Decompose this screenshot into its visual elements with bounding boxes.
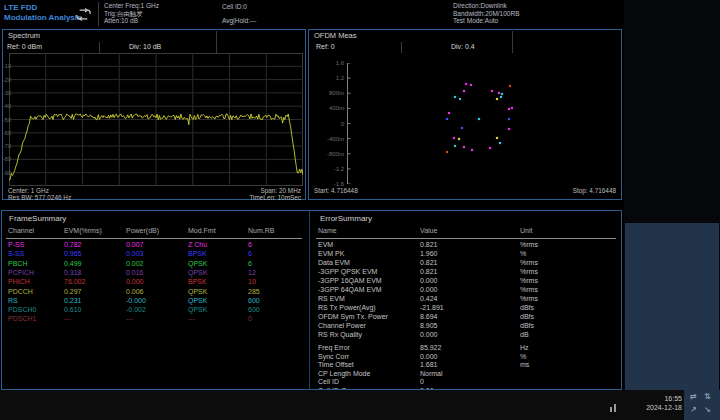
table-row: Data EVM0.821%rms [310,259,622,268]
table-cell: 0 [420,378,424,385]
summary-panel: FrameSummary ChannelEVM(%rms)Power(dB)Mo… [1,210,622,390]
table-cell: 0.318 [64,269,82,276]
ofdm-ref-label: Ref: 0 [316,43,335,50]
error-summary-title: ErrorSummary [320,214,372,223]
table-cell: BPSK [188,250,207,257]
table-cell: 0.782 [64,241,82,248]
table-row: -3GPP QPSK EVM0.821%rms [310,268,622,277]
table-cell: EVM PK [318,250,344,257]
table-row: CP Length ModeNormal [310,370,622,379]
table-row: -3GPP 64QAM EVM0.000%rms [310,286,622,295]
status-grid-icon-2[interactable]: ⇅ [704,393,711,401]
column-header: Unit [520,227,532,234]
table-cell: dB [520,331,529,338]
table-cell: dBfs [520,322,534,329]
y-axis-tick-label: 1.6 [321,60,344,66]
table-cell: QPSK [188,297,207,304]
y-axis-tick-label: -800m [321,151,344,157]
table-cell: -0.000 [126,297,146,304]
table-row: Time Offset1.681ms [310,361,622,370]
table-cell: %rms [520,259,538,266]
table-cell: % [520,250,526,257]
table-cell: 0.002 [126,260,144,267]
table-cell: 8.694 [420,313,438,320]
error-summary-rows-2: Freq Error85.922HzSync Corr0.000%Time Of… [310,344,622,389]
app-title: LTE FDD Modulation Analysis [4,3,82,23]
table-cell: 1.681 [420,361,438,368]
spectrum-title: Spectrum [8,31,40,40]
ofdm-header-divider [401,42,402,53]
table-cell: 600 [248,306,260,313]
table-cell: -3GPP 16QAM EVM [318,277,382,284]
table-cell: QPSK [188,269,207,276]
y-axis-tick-label: -80 [3,156,10,162]
table-cell: 0.499 [64,260,82,267]
table-cell: S-SS [8,250,24,257]
spectrum-ref-label: Ref: 0 dBm [7,43,42,50]
table-row: -3GPP 16QAM EVM0.000%rms [310,277,622,286]
table-row: PDSCH1---------0 [2,315,308,324]
table-cell: 85.922 [420,344,441,351]
table-row: EVM0.821%rms [310,241,622,250]
spectrum-header-divider [216,31,217,53]
y-axis-tick-label: -10 [3,63,10,69]
y-axis-tick-label: -50 [3,117,10,123]
table-cell: -3GPP 64QAM EVM [318,286,382,293]
spectrum-header-divider [99,42,100,53]
y-axis-tick-label: 1.2 [321,75,344,81]
table-row: Freq Error85.922Hz [310,344,622,353]
table-row: Sync Corr0.000% [310,353,622,362]
error-summary-rule [316,238,616,239]
atten-readout: Atten:10 dB [104,17,159,25]
table-cell: 8.905 [420,322,438,329]
table-cell: PDCCH [8,288,33,295]
table-cell: -3GPP QPSK EVM [318,268,377,275]
table-cell: 285 [248,288,260,295]
spectrum-panel: Spectrum Ref: 0 dBm Div: 10 dB -10-20-30… [2,29,306,200]
table-cell: Cell ID Group [318,387,360,390]
frame-summary-header-row: ChannelEVM(%rms)Power(dB)Mod.FmtNum.RB [2,227,308,236]
table-row: RS Rx Quality0.000dB [310,331,622,340]
y-axis-tick-label: 800m [321,90,344,96]
center-freq-readout: Center Freq:1 GHz [104,2,159,10]
table-cell: dBfs [520,313,534,320]
status-grid-icon-3[interactable]: ↗ [690,406,697,414]
taskbar: ? 16:55 2024-12-18 ⇄ ⇅ ↗ ↘ [0,390,720,420]
table-cell: %rms [520,277,538,284]
ofdm-meas-panel: OFDM Meas Ref: 0 Div: 0.4 Start: 4.71644… [308,29,622,200]
column-header: Mod.Fmt [188,227,216,234]
table-cell: %rms [520,286,538,293]
column-header: Num.RB [248,227,274,234]
table-row: RS0.231-0.000QPSK600 [2,297,308,306]
y-axis-tick-label: -70 [3,143,10,149]
table-cell: % [520,353,526,360]
table-row: OFDM Sym Tx. Power8.694dBfs [310,313,622,322]
table-cell: -0.002 [126,306,146,313]
frame-summary-table: FrameSummary ChannelEVM(%rms)Power(dB)Mo… [2,211,308,389]
table-cell: BPSK [188,278,207,285]
continuous-sweep-icon[interactable] [74,7,93,26]
ofdm-start-anno: Start: 4.716448 [314,187,358,194]
table-cell: RS EVM [318,295,345,302]
table-cell: RS Tx Power(Avg) [318,304,376,311]
table-cell: 0.610 [64,306,82,313]
table-row: RS EVM0.424%rms [310,295,622,304]
table-cell: 0.016 [126,269,144,276]
table-cell: dBfs [520,304,534,311]
table-cell: --- [64,315,71,322]
error-summary-table: ErrorSummary NameValueUnit EVM0.821%rmsE… [309,211,622,389]
table-cell: 76.002 [64,278,85,285]
table-cell: Hz [520,344,529,351]
table-cell: %rms [520,241,538,248]
table-cell: 0.231 [64,297,82,304]
column-header: Channel [8,227,34,234]
ofdm-header-divider [512,31,513,53]
trigger-readout: Trig:自由触发 [104,10,159,18]
status-grid-icon-4[interactable]: ↘ [704,406,711,414]
table-row: Cell ID Group0.00 [310,387,622,390]
table-cell: Sync Corr [318,353,349,360]
table-cell: %rms [520,268,538,275]
table-cell: QPSK [188,260,207,267]
status-grid-icon-1[interactable]: ⇄ [690,393,697,401]
sidebar-empty-panel [625,223,719,390]
